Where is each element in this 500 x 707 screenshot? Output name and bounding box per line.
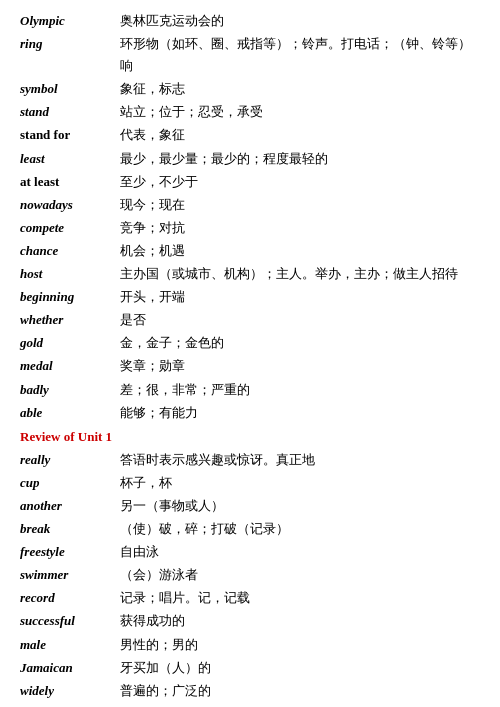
vocab-line: widely普遍的；广泛的 xyxy=(20,680,480,702)
vocab-word: widely xyxy=(20,680,120,702)
vocab-word: able xyxy=(20,402,120,424)
vocab-line: host主办国（或城市、机构）；主人。举办，主办；做主人招待 xyxy=(20,263,480,285)
vocab-definition: 自由泳 xyxy=(120,541,480,563)
vocab-line: freestyle自由泳 xyxy=(20,541,480,563)
vocab-word: whether xyxy=(20,309,120,331)
vocab-line: beginning开头，开端 xyxy=(20,286,480,308)
vocab-line: symbol象征，标志 xyxy=(20,78,480,100)
vocab-line: least最少，最少量；最少的；程度最轻的 xyxy=(20,148,480,170)
vocab-word: ring xyxy=(20,33,120,77)
vocab-word: at least xyxy=(20,171,120,193)
vocab-word: host xyxy=(20,263,120,285)
vocab-line: stand站立；位于；忍受，承受 xyxy=(20,101,480,123)
vocab-line: able能够；有能力 xyxy=(20,402,480,424)
review-unit1-header: Review of Unit 1 xyxy=(20,426,480,448)
vocab-definition: 主办国（或城市、机构）；主人。举办，主办；做主人招待 xyxy=(120,263,480,285)
vocab-line: Olympic奥林匹克运动会的 xyxy=(20,10,480,32)
vocab-line: really答语时表示感兴趣或惊讶。真正地 xyxy=(20,449,480,471)
vocab-line: cup杯子，杯 xyxy=(20,472,480,494)
vocab-word: gold xyxy=(20,332,120,354)
vocab-definition: 差；很，非常；严重的 xyxy=(120,379,480,401)
vocab-word: badly xyxy=(20,379,120,401)
vocab-definition: 获得成功的 xyxy=(120,610,480,632)
vocab-line: record记录；唱片。记，记载 xyxy=(20,587,480,609)
vocab-line: another另一（事物或人） xyxy=(20,495,480,517)
vocab-definition: （会）游泳者 xyxy=(120,564,480,586)
vocab-definition: 答语时表示感兴趣或惊讶。真正地 xyxy=(120,449,480,471)
vocab-definition: 站立；位于；忍受，承受 xyxy=(120,101,480,123)
vocab-line: at least至少，不少于 xyxy=(20,171,480,193)
vocab-line: gold金，金子；金色的 xyxy=(20,332,480,354)
vocab-word: break xyxy=(20,518,120,540)
vocab-definition: 能够；有能力 xyxy=(120,402,480,424)
vocab-line: stand for代表，象征 xyxy=(20,124,480,146)
vocab-definition: 普遍的；广泛的 xyxy=(120,680,480,702)
vocab-word: successful xyxy=(20,610,120,632)
vocab-definition: 牙买加（人）的 xyxy=(120,657,480,679)
vocab-line: Jamaican牙买加（人）的 xyxy=(20,657,480,679)
vocab-word: regard xyxy=(20,703,120,707)
vocab-line: regard将……认为；把……视为 xyxy=(20,703,480,707)
vocab-definition: 现今；现在 xyxy=(120,194,480,216)
vocab-line: swimmer（会）游泳者 xyxy=(20,564,480,586)
vocab-word: record xyxy=(20,587,120,609)
vocab-definition: 奖章；勋章 xyxy=(120,355,480,377)
vocab-word: freestyle xyxy=(20,541,120,563)
vocab-definition: 机会；机遇 xyxy=(120,240,480,262)
vocab-word: swimmer xyxy=(20,564,120,586)
vocab-line: break（使）破，碎；打破（记录） xyxy=(20,518,480,540)
vocab-section: Olympic奥林匹克运动会的ring环形物（如环、圈、戒指等）；铃声。打电话；… xyxy=(20,10,480,707)
vocab-line: chance机会；机遇 xyxy=(20,240,480,262)
vocab-word: compete xyxy=(20,217,120,239)
vocab-definition: 杯子，杯 xyxy=(120,472,480,494)
vocab-line: compete竞争；对抗 xyxy=(20,217,480,239)
vocab-word: male xyxy=(20,634,120,656)
vocab-word: chance xyxy=(20,240,120,262)
vocab-definition: 将……认为；把……视为 xyxy=(120,703,480,707)
vocab-word: Jamaican xyxy=(20,657,120,679)
vocab-definition: 另一（事物或人） xyxy=(120,495,480,517)
vocab-word: nowadays xyxy=(20,194,120,216)
vocab-definition: 金，金子；金色的 xyxy=(120,332,480,354)
vocab-definition: 至少，不少于 xyxy=(120,171,480,193)
vocab-line: nowadays现今；现在 xyxy=(20,194,480,216)
vocab-word: least xyxy=(20,148,120,170)
vocab-word: another xyxy=(20,495,120,517)
vocab-word: medal xyxy=(20,355,120,377)
vocab-word: cup xyxy=(20,472,120,494)
vocab-word: symbol xyxy=(20,78,120,100)
vocab-line: medal奖章；勋章 xyxy=(20,355,480,377)
vocab-definition: 男性的；男的 xyxy=(120,634,480,656)
vocab-word: beginning xyxy=(20,286,120,308)
vocab-definition: 开头，开端 xyxy=(120,286,480,308)
vocab-definition: 竞争；对抗 xyxy=(120,217,480,239)
vocab-definition: 象征，标志 xyxy=(120,78,480,100)
vocab-word: stand xyxy=(20,101,120,123)
vocab-line: whether是否 xyxy=(20,309,480,331)
vocab-line: ring环形物（如环、圈、戒指等）；铃声。打电话；（钟、铃等）响 xyxy=(20,33,480,77)
vocab-word: Olympic xyxy=(20,10,120,32)
vocab-definition: 是否 xyxy=(120,309,480,331)
vocab-line: badly差；很，非常；严重的 xyxy=(20,379,480,401)
vocab-definition: 奥林匹克运动会的 xyxy=(120,10,480,32)
vocab-line: male男性的；男的 xyxy=(20,634,480,656)
vocab-word: stand for xyxy=(20,124,120,146)
vocab-line: successful获得成功的 xyxy=(20,610,480,632)
vocab-definition: （使）破，碎；打破（记录） xyxy=(120,518,480,540)
vocab-definition: 最少，最少量；最少的；程度最轻的 xyxy=(120,148,480,170)
main-vocab-list: Olympic奥林匹克运动会的ring环形物（如环、圈、戒指等）；铃声。打电话；… xyxy=(20,10,480,424)
review-vocab-list: really答语时表示感兴趣或惊讶。真正地cup杯子，杯another另一（事物… xyxy=(20,449,480,707)
vocab-word: really xyxy=(20,449,120,471)
vocab-definition: 记录；唱片。记，记载 xyxy=(120,587,480,609)
vocab-definition: 代表，象征 xyxy=(120,124,480,146)
vocab-definition: 环形物（如环、圈、戒指等）；铃声。打电话；（钟、铃等）响 xyxy=(120,33,480,77)
